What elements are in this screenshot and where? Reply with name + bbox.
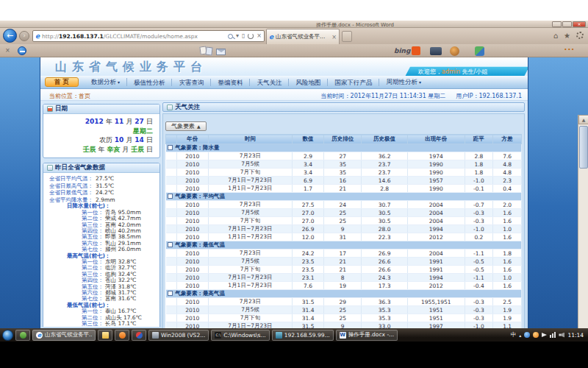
autocomplete-dropdown-icon[interactable]: ▾ xyxy=(236,33,239,39)
back-button[interactable]: ← xyxy=(3,29,17,43)
maximize-button[interactable] xyxy=(562,21,572,27)
rank-value: 长岛 17.1℃ xyxy=(105,320,137,327)
table-cell: 35 xyxy=(324,169,362,177)
table-cell: 21 xyxy=(324,266,362,274)
table-cell: -0.7 xyxy=(465,201,493,209)
nav-item-9[interactable]: 周期性分析▾ xyxy=(379,78,428,86)
forward-button[interactable]: › xyxy=(19,31,29,41)
tools-gear-icon[interactable] xyxy=(576,32,584,39)
browser-tab[interactable]: e 山东省气候业务平... × xyxy=(266,29,340,44)
toolbar-overflow-icon[interactable]: ··· xyxy=(564,46,575,54)
table-cell: 7月23日 xyxy=(209,250,293,258)
table-cell: 2012 xyxy=(408,282,465,290)
browser-scrollbar[interactable]: ▲ ▼ xyxy=(578,115,588,328)
scroll-up-icon[interactable]: ▲ xyxy=(578,115,588,124)
nav-item-2[interactable]: 数据分析▾ xyxy=(85,78,127,86)
taskbar-vm-window[interactable]: Win2008 (VS2... xyxy=(148,330,209,341)
refresh-icon[interactable] xyxy=(248,33,254,39)
table-cell: 14.6 xyxy=(362,177,408,185)
show-hidden-icons-icon[interactable]: ▴ xyxy=(519,333,521,338)
background-word-titlebar[interactable]: 操作手册.docx - Microsoft Word × xyxy=(0,21,588,28)
group-checkbox[interactable] xyxy=(168,145,173,150)
nav-item-4[interactable]: 灾害查询 xyxy=(172,79,211,86)
nav-item-7[interactable]: 风险地图 xyxy=(289,79,328,86)
nav-item-8[interactable]: 国家下行产品 xyxy=(328,79,379,86)
taskbar-console-window[interactable]: C:\C:\Windows\s... xyxy=(211,330,269,341)
group-checkbox[interactable] xyxy=(168,242,173,247)
tab-close-icon[interactable]: × xyxy=(331,34,337,40)
nav-item-3[interactable]: 极值性分析 xyxy=(127,79,173,86)
table-cell xyxy=(166,201,177,209)
nav-item-6[interactable]: 天气关注 xyxy=(250,79,289,86)
table-cell xyxy=(166,209,177,217)
table-cell: 7月5候 xyxy=(209,160,293,169)
tray-app-orange-icon[interactable] xyxy=(533,332,539,338)
table-row: 20107月下旬31.42535.31951-0.31.9 xyxy=(166,314,522,322)
taskbar-rdp-window[interactable]: 192.168.59.99... xyxy=(272,330,334,341)
table-cell: 7.6 xyxy=(292,282,324,290)
toolbar-close-icon[interactable]: × xyxy=(5,47,10,54)
group-checkbox[interactable] xyxy=(168,291,173,296)
home-icon[interactable]: ⌂ xyxy=(553,32,558,40)
stat-line: 全省日最低气温：24.2℃ xyxy=(49,189,158,197)
table-cell: 2010 xyxy=(176,250,209,258)
element-filter-button[interactable]: 气象要素▲ xyxy=(165,121,207,131)
search-icon[interactable] xyxy=(228,34,233,39)
taskbar-word-window[interactable]: W操作手册.docx -... xyxy=(336,330,398,341)
taskbar-shield-icon[interactable] xyxy=(15,330,30,341)
table-cell: 7月5候 xyxy=(209,306,293,314)
table-cell: 1.1 xyxy=(493,322,522,329)
table-cell: 1.8 xyxy=(465,169,493,177)
table-cell: 1990 xyxy=(408,160,465,169)
table-row: 20107月23日31.52936.31955,1951-0.32.5 xyxy=(166,298,522,306)
mail-icon[interactable] xyxy=(216,49,226,55)
table-cell: 1.8 xyxy=(465,160,493,169)
table-cell: 27.0 xyxy=(292,209,324,217)
camera-addon-icon[interactable] xyxy=(430,47,442,55)
table-cell: 1955,1951 xyxy=(408,298,465,306)
breadcrumb-bar: 当前位置：首页 当前时间：2012年11月27日 11:14:31 星期二 用户… xyxy=(40,89,528,101)
new-tab-button[interactable] xyxy=(342,31,352,42)
weather-data-panel: 昨日全省气象数据 全省日平均气温：27.5℃全省日最高气温：31.5℃全省日最低… xyxy=(43,163,160,327)
url-text[interactable]: http://192.168.137.1/GLCCLIMATE/modules/… xyxy=(42,33,198,40)
taskbar-explorer-icon[interactable] xyxy=(98,330,112,341)
action-center-flag-icon[interactable] xyxy=(542,333,547,337)
minimize-button[interactable] xyxy=(552,21,562,27)
clock[interactable]: 11:14 xyxy=(567,332,584,339)
date-segment: 壬辰 xyxy=(131,146,144,153)
volume-icon[interactable] xyxy=(559,333,564,338)
weather-watch-table: 年份时间数值历史排位历史极值出现年份距平方差气象要素：降水量20107月23日2… xyxy=(165,134,522,328)
favorites-star-icon[interactable]: ★ xyxy=(564,32,570,40)
welcome-text: 欢迎您，admin 先生/小姐 xyxy=(418,68,487,76)
table-cell: -0.3 xyxy=(465,209,493,217)
cards-icon-2[interactable] xyxy=(205,46,212,55)
table-cell: -0.5 xyxy=(465,258,493,266)
tab-title[interactable]: 山东省气候业务平... xyxy=(276,33,329,40)
taskbar-ie-window[interactable]: e山东省气候业务平... xyxy=(32,330,96,341)
stop-icon[interactable]: × xyxy=(257,33,262,39)
date-panel-body: 2012 年 11 月 27 日星期二农历 10 月 14 日壬辰 年 辛亥 月… xyxy=(43,114,159,158)
bing-box-icon[interactable] xyxy=(412,46,420,55)
column-header: 方差 xyxy=(493,135,522,144)
date-segment: 11 xyxy=(115,118,126,125)
table-row: 20107月5候31.42535.31951-0.31.9 xyxy=(166,306,522,314)
taskbar-app-media-icon[interactable] xyxy=(132,330,146,341)
group-checkbox[interactable] xyxy=(168,194,173,199)
compatibility-icon[interactable]: ▯ xyxy=(242,33,245,39)
toolbar-logo-icon[interactable] xyxy=(18,46,26,55)
table-cell: 1.9 xyxy=(493,306,522,314)
language-indicator[interactable]: 中 xyxy=(511,331,517,339)
bing-logo[interactable]: bing xyxy=(394,47,410,54)
column-header: 历史排位 xyxy=(324,135,362,144)
nav-item-5[interactable]: 整编资料 xyxy=(211,79,250,86)
network-icon[interactable] xyxy=(550,332,556,338)
address-bar[interactable]: e http://192.168.137.1/GLCCLIMATE/module… xyxy=(32,30,265,42)
close-button[interactable]: × xyxy=(573,21,586,27)
paw-addon-icon[interactable] xyxy=(450,46,459,56)
taskbar-app-orange-icon[interactable] xyxy=(115,330,129,341)
scrollbar-thumb[interactable] xyxy=(579,126,588,169)
globe-addon-icon[interactable] xyxy=(475,46,484,56)
start-button[interactable] xyxy=(2,330,13,341)
tray-app-blue-icon[interactable] xyxy=(524,332,530,338)
nav-item-1[interactable]: 首 页 xyxy=(45,77,79,87)
